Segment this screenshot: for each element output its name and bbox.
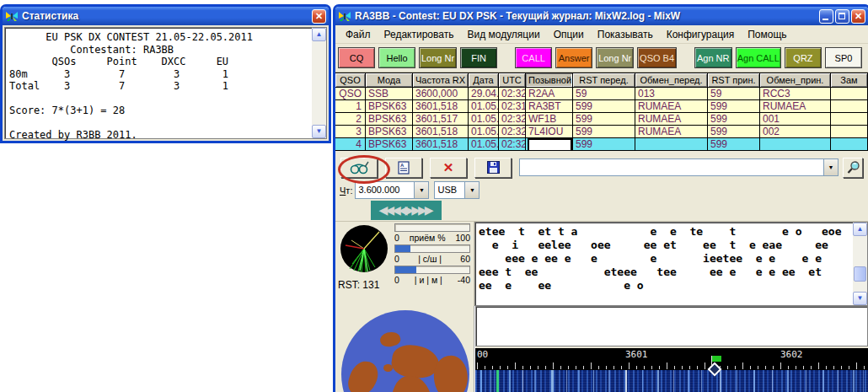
waterfall-body[interactable] [475,370,868,392]
log-cell-3-4[interactable]: 02:32 [499,126,526,138]
log-cell-2-8[interactable]: 599 [708,113,760,126]
log-cell-4-10[interactable] [831,138,868,151]
menu-item-0[interactable]: Файл [339,27,378,42]
log-row-1[interactable]: 1BPSK633601,51801.05.02:31RA3BT599RUMAEA… [335,100,868,113]
nav-right-arrow-icon[interactable]: ▶ [425,201,434,220]
log-cell-4-0[interactable]: 4 [335,138,366,151]
log-cell-4-1[interactable]: BPSK63 [366,138,413,151]
log-cell-0-10[interactable] [831,88,868,100]
menu-item-4[interactable]: Показывать [591,27,660,42]
scroll-up-icon[interactable]: ▲ [853,223,867,236]
log-cell-4-9[interactable] [760,138,831,151]
chevron-down-icon[interactable]: ▼ [823,159,838,175]
column-header-1[interactable]: Мода [366,73,413,88]
log-cell-3-5[interactable]: 7L4IOU [526,126,573,138]
macro-button-call[interactable]: CALL [515,47,552,68]
mode-combo[interactable]: USB ▼ [434,181,480,199]
log-cell-1-8[interactable]: 599 [708,100,760,113]
log-cell-2-0[interactable]: 2 [335,113,366,126]
menu-item-6[interactable]: Помощь [741,27,793,42]
log-cell-4-5[interactable] [526,138,573,151]
menu-item-2[interactable]: Вид модуляции [460,27,546,42]
log-cell-0-0[interactable]: QSO [335,88,366,100]
minimize-button[interactable] [819,9,833,24]
column-header-0[interactable]: QSO [335,73,366,88]
close-button[interactable]: ✕ [851,9,865,24]
chevron-down-icon[interactable]: ▼ [464,182,479,198]
log-cell-3-6[interactable]: 599 [573,126,635,138]
log-cell-0-3[interactable]: 29.04. [469,88,499,100]
column-header-3[interactable]: Дата [469,73,499,88]
log-cell-3-0[interactable]: 3 [335,126,366,138]
log-cell-3-10[interactable] [831,126,868,138]
menu-item-1[interactable]: Редактировать [378,27,461,42]
macro-button-fin[interactable]: FIN [460,47,497,68]
menu-item-3[interactable]: Опции [547,27,591,42]
log-cell-1-4[interactable]: 02:31 [499,100,526,113]
find-qso-button[interactable] [340,158,378,178]
log-cell-1-2[interactable]: 3601,518 [413,100,469,113]
rx-text-area[interactable]: etee t et t a e e te t e o eoe e i eelee… [474,222,868,306]
log-cell-4-7[interactable] [635,138,708,151]
delete-qso-button[interactable]: ✕ [430,158,467,178]
qso-nav-arrows[interactable]: ◀◀◀◀▶▶▶▶ [371,201,442,220]
log-cell-0-4[interactable]: 02:32 [499,88,526,100]
search-button[interactable] [843,158,863,178]
log-cell-2-2[interactable]: 3601,517 [413,113,469,126]
log-cell-2-3[interactable]: 01.05. [469,113,499,126]
save-qso-button[interactable] [474,158,512,178]
log-cell-2-1[interactable]: BPSK63 [366,113,413,126]
log-cell-4-4[interactable]: 02:32 [499,138,526,151]
scroll-up-icon[interactable]: ▲ [312,28,326,41]
column-header-2[interactable]: Частота RX [413,73,469,88]
column-header-10[interactable]: Зам [831,73,868,88]
log-cell-1-7[interactable]: RUMAEA [635,100,708,113]
log-cell-2-7[interactable]: RUMAEA [635,113,708,126]
frequency-combo[interactable]: 3.600.000 ▼ [355,181,429,199]
close-button[interactable]: ✕ [312,9,326,24]
log-cell-0-8[interactable]: 59 [708,88,760,100]
macro-button-qso-b4[interactable]: QSO B4 [637,47,677,68]
log-view-button[interactable]: A [385,158,422,178]
log-cell-0-6[interactable]: 59 [573,88,635,100]
log-cell-4-6[interactable]: 599 [573,138,635,151]
log-cell-1-1[interactable]: BPSK63 [366,100,413,113]
log-cell-0-9[interactable]: RCC3 [760,88,831,100]
macro-button-sp0[interactable]: SP0 [825,47,862,68]
log-cell-3-7[interactable]: RUMAEA [635,126,708,138]
column-header-5[interactable]: Позывной [526,73,573,88]
menu-item-5[interactable]: Конфигурация [660,27,742,42]
log-cell-2-6[interactable]: 599 [573,113,635,126]
column-header-7[interactable]: Обмен_перед. [635,73,708,88]
column-header-9[interactable]: Обмен_прин. [760,73,831,88]
main-titlebar[interactable]: RA3BB - Contest: EU DX PSK - Текущий жур… [335,7,868,25]
rx-scrollbar[interactable]: ▲ ▼ [853,223,867,305]
mode-value[interactable]: USB [435,182,464,198]
log-cell-0-2[interactable]: 3600,000 [413,88,469,100]
log-cell-2-9[interactable]: 001 [760,113,831,126]
log-row-2[interactable]: 2BPSK633601,51701.05.02:32WF1B599RUMAEA5… [335,113,868,126]
log-cell-0-5[interactable]: R2AA [526,88,573,100]
log-row-0[interactable]: QSOSSB3600,00029.04.02:32R2AA5901359RCC3 [335,88,868,100]
scroll-down-icon[interactable]: ▼ [853,292,867,305]
log-cell-2-4[interactable]: 02:32 [499,113,526,126]
scroll-down-icon[interactable]: ▼ [312,125,326,138]
log-row-3[interactable]: 3BPSK633601,51801.05.02:327L4IOU599RUMAE… [335,126,868,138]
log-cell-3-8[interactable]: 599 [708,126,760,138]
callsign-search-combo[interactable]: ▼ [519,158,839,176]
callsign-edit-field[interactable] [528,139,571,151]
macro-button-hello[interactable]: Hello [378,47,415,68]
tx-text-area[interactable] [475,306,868,346]
macro-button-long-nr[interactable]: Long Nr [419,47,457,68]
macro-button-qrz[interactable]: QRZ [785,47,822,68]
log-cell-2-5[interactable]: WF1B [526,113,573,126]
log-row-4[interactable]: 4BPSK633601,51801.05.02:32599599 [335,138,868,151]
maximize-button[interactable] [835,9,849,24]
log-cell-4-3[interactable]: 01.05. [469,138,499,151]
log-cell-1-9[interactable]: RUMAEA [760,100,831,113]
log-cell-3-9[interactable]: 002 [760,126,831,138]
callsign-search-value[interactable] [520,159,823,175]
macro-button-answer[interactable]: Answer [555,47,592,68]
macro-button-long-nr[interactable]: Long Nr [596,47,634,68]
log-cell-3-1[interactable]: BPSK63 [366,126,413,138]
